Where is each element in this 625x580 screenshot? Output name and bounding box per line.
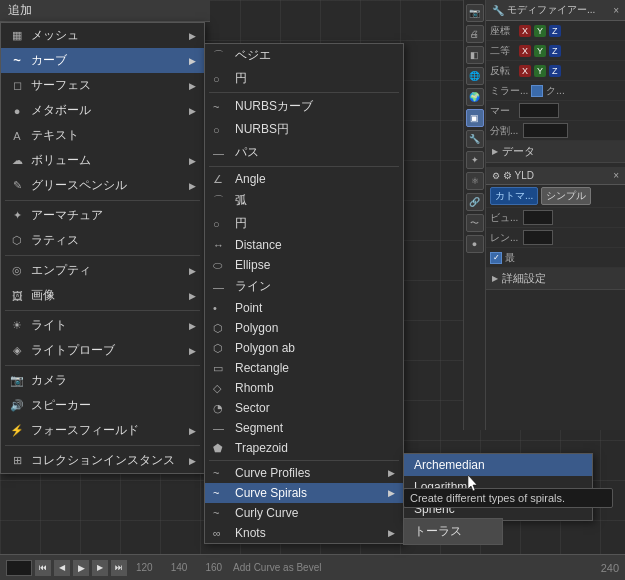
curve-arrow: ▶ bbox=[189, 56, 196, 66]
curve-bezier[interactable]: ⌒ ベジエ bbox=[205, 44, 403, 67]
add-menu-label[interactable]: 追加 bbox=[8, 2, 32, 19]
menu-item-collection[interactable]: ⊞ コレクションインスタンス ▶ bbox=[1, 448, 204, 473]
curve-ellipse[interactable]: ⬭ Ellipse bbox=[205, 255, 403, 275]
jump-end-btn[interactable]: ⏭ bbox=[111, 560, 127, 576]
curve-rectangle[interactable]: ▭ Rectangle bbox=[205, 358, 403, 378]
hanten-z-btn[interactable]: Z bbox=[549, 65, 561, 77]
lightprobe-label: ライトプローブ bbox=[31, 342, 115, 359]
nurbs-circle-icon: ○ bbox=[213, 124, 229, 136]
curve-arc[interactable]: ⌒ 弧 bbox=[205, 189, 403, 212]
curve-profiles[interactable]: ~ Curve Profiles ▶ bbox=[205, 463, 403, 483]
play-btn[interactable]: ▶ bbox=[73, 560, 89, 576]
prev-frame-btn[interactable]: ◀ bbox=[54, 560, 70, 576]
mirror-checkbox[interactable] bbox=[531, 85, 543, 97]
curve-knots[interactable]: ∞ Knots ▶ bbox=[205, 523, 403, 543]
menu-item-forcefield[interactable]: ⚡ フォースフィールド ▶ bbox=[1, 418, 204, 443]
curve-label: カーブ bbox=[31, 52, 67, 69]
menu-item-armature[interactable]: ✦ アーマチュア bbox=[1, 203, 204, 228]
menu-item-lightprobe[interactable]: ◈ ライトプローブ ▶ bbox=[1, 338, 204, 363]
coord-z-btn[interactable]: Z bbox=[549, 25, 561, 37]
torus-button[interactable]: トーラス bbox=[403, 518, 503, 545]
curve-line[interactable]: — ライン bbox=[205, 275, 403, 298]
max-checkbox[interactable]: ✓ bbox=[490, 252, 502, 264]
view-layer-btn[interactable]: ◧ bbox=[466, 46, 484, 64]
render-props-btn[interactable]: 📷 bbox=[466, 4, 484, 22]
knots-icon: ∞ bbox=[213, 527, 229, 539]
menu-item-grease[interactable]: ✎ グリースペンシル ▶ bbox=[1, 173, 204, 198]
curve-angle[interactable]: ∠ Angle bbox=[205, 169, 403, 189]
menu-item-mesh[interactable]: ▦ メッシュ ▶ bbox=[1, 23, 204, 48]
hanten-x-btn[interactable]: X bbox=[519, 65, 531, 77]
hanten-y-btn[interactable]: Y bbox=[534, 65, 546, 77]
catma-btn[interactable]: カトマ... bbox=[490, 187, 538, 205]
modifier-icon: 🔧 bbox=[492, 5, 504, 16]
curve-circle2[interactable]: ○ 円 bbox=[205, 212, 403, 235]
knots-arrow: ▶ bbox=[388, 528, 395, 538]
modifier-props-btn[interactable]: 🔧 bbox=[466, 130, 484, 148]
menu-item-metaball[interactable]: ● メタボール ▶ bbox=[1, 98, 204, 123]
constraints-btn[interactable]: 🔗 bbox=[466, 193, 484, 211]
nito-z-btn[interactable]: Z bbox=[549, 45, 561, 57]
grease-label: グリースペンシル bbox=[31, 177, 127, 194]
curve-curly[interactable]: ~ Curly Curve bbox=[205, 503, 403, 523]
bunkatsu-input[interactable]: 0.00 bbox=[523, 123, 568, 138]
nito-y-btn[interactable]: Y bbox=[534, 45, 546, 57]
nurbs-icon: ~ bbox=[213, 101, 229, 113]
next-frame-btn[interactable]: ▶ bbox=[92, 560, 108, 576]
curve-sector[interactable]: ◔ Sector bbox=[205, 398, 403, 418]
data-props-btn[interactable]: 〜 bbox=[466, 214, 484, 232]
coord-y-btn[interactable]: Y bbox=[534, 25, 546, 37]
frame-number-input[interactable]: 18 bbox=[6, 560, 32, 576]
menu-item-curve[interactable]: ~ カーブ ▶ bbox=[1, 48, 204, 73]
curve-point[interactable]: • Point bbox=[205, 298, 403, 318]
jump-start-btn[interactable]: ⏮ bbox=[35, 560, 51, 576]
curve-trapezoid[interactable]: ⬟ Trapezoid bbox=[205, 438, 403, 458]
spiral-archemedian[interactable]: Archemedian bbox=[404, 454, 592, 476]
curve-segment[interactable]: — Segment bbox=[205, 418, 403, 438]
curve-path[interactable]: — パス bbox=[205, 141, 403, 164]
curve-distance[interactable]: ↔ Distance bbox=[205, 235, 403, 255]
scene-props-btn[interactable]: 🌐 bbox=[466, 67, 484, 85]
collection-label: コレクションインスタンス bbox=[31, 452, 175, 469]
menu-item-speaker[interactable]: 🔊 スピーカー bbox=[1, 393, 204, 418]
camera-icon: 📷 bbox=[9, 373, 25, 389]
view-input[interactable]: 4 bbox=[523, 210, 553, 225]
output-props-btn[interactable]: 🖨 bbox=[466, 25, 484, 43]
simple-btn[interactable]: シンプル bbox=[541, 187, 591, 205]
data-section-header[interactable]: ▶ データ bbox=[486, 141, 625, 163]
armature-label: アーマチュア bbox=[31, 207, 103, 224]
curve-spirals[interactable]: ~ Curve Spirals ▶ bbox=[205, 483, 403, 503]
add-menu: ▦ メッシュ ▶ ~ カーブ ▶ ◻ サーフェス ▶ ● メタボール ▶ A テ… bbox=[0, 22, 205, 474]
curve-polygon[interactable]: ⬡ Polygon bbox=[205, 318, 403, 338]
curve-nurbs-circle[interactable]: ○ NURBS円 bbox=[205, 118, 403, 141]
world-props-btn[interactable]: 🌍 bbox=[466, 88, 484, 106]
menu-item-lattice[interactable]: ⬡ ラティス bbox=[1, 228, 204, 253]
panel-close-btn[interactable]: × bbox=[613, 5, 619, 16]
curve-nurbs[interactable]: ~ NURBSカーブ bbox=[205, 95, 403, 118]
menu-item-text[interactable]: A テキスト bbox=[1, 123, 204, 148]
render-input[interactable]: 2 bbox=[523, 230, 553, 245]
marker-input[interactable]: 0 bbox=[519, 103, 559, 118]
particles-btn[interactable]: ✦ bbox=[466, 151, 484, 169]
menu-item-surface[interactable]: ◻ サーフェス ▶ bbox=[1, 73, 204, 98]
modifier-x-btn[interactable]: × bbox=[613, 170, 619, 181]
lightprobe-icon: ◈ bbox=[9, 343, 25, 359]
menu-item-empty[interactable]: ◎ エンプティ ▶ bbox=[1, 258, 204, 283]
detail-section[interactable]: ▶ 詳細設定 bbox=[486, 268, 625, 290]
menu-item-volume[interactable]: ☁ ボリューム ▶ bbox=[1, 148, 204, 173]
object-props-btn[interactable]: ▣ bbox=[466, 109, 484, 127]
lattice-label: ラティス bbox=[31, 232, 79, 249]
physics-btn[interactable]: ⚛ bbox=[466, 172, 484, 190]
menu-item-image[interactable]: 🖼 画像 ▶ bbox=[1, 283, 204, 308]
material-btn[interactable]: ● bbox=[466, 235, 484, 253]
max-row: ✓ 最 bbox=[486, 248, 625, 268]
coord-x-btn[interactable]: X bbox=[519, 25, 531, 37]
coord-row: 座標 X Y Z bbox=[486, 21, 625, 41]
menu-item-light[interactable]: ☀ ライト ▶ bbox=[1, 313, 204, 338]
light-arrow: ▶ bbox=[189, 321, 196, 331]
nito-x-btn[interactable]: X bbox=[519, 45, 531, 57]
curve-rhomb[interactable]: ◇ Rhomb bbox=[205, 378, 403, 398]
menu-item-camera[interactable]: 📷 カメラ bbox=[1, 368, 204, 393]
curve-circle[interactable]: ○ 円 bbox=[205, 67, 403, 90]
curve-polygon-ab[interactable]: ⬡ Polygon ab bbox=[205, 338, 403, 358]
